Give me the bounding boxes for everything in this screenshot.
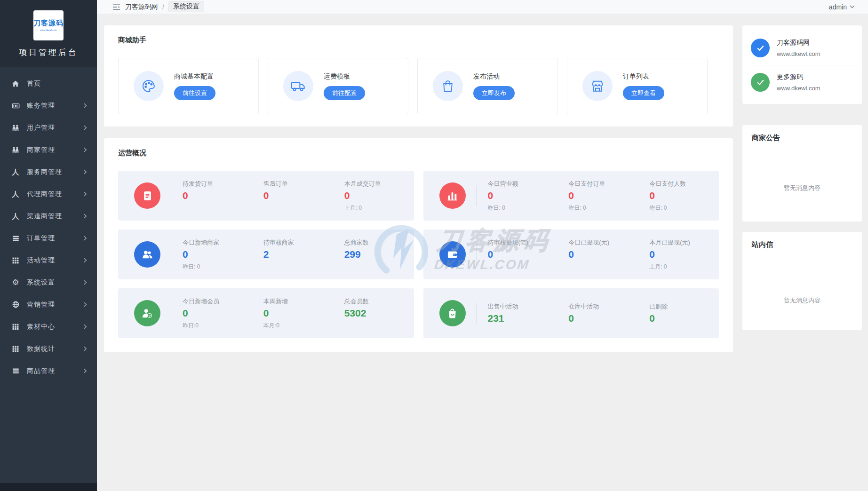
stat-value: 0 xyxy=(344,190,414,201)
sidebar-menu: 首页 账务管理 用户管理 商家管理 人 服务商管理 人 代理商管理 人 xyxy=(0,67,97,483)
sidebar-item-home[interactable]: 首页 xyxy=(0,72,97,95)
stat-sub-label: 昨日:0 xyxy=(183,322,252,330)
sidebar-item-system-settings[interactable]: ⚙ 系统设置 xyxy=(0,271,97,293)
stat-member-stats: 本周新增 0 本月:0 xyxy=(252,297,333,330)
helper-button-shop-config[interactable]: 前往设置 xyxy=(174,86,215,100)
stat-activity-stats: 出售中活动 231 xyxy=(477,302,557,324)
stat-merchant-stats: 待审核商家 2 xyxy=(252,238,333,271)
breadcrumb-separator: / xyxy=(162,3,164,11)
stat-group: 待发货订单 0 售后订单 0 本月成交订单 0 上月: 0 xyxy=(171,180,414,212)
chevron-right-icon xyxy=(83,191,88,197)
home-icon xyxy=(10,79,21,88)
helper-item-label: 发布活动 xyxy=(473,72,515,81)
quick-link-info: 更多源码 www.dkewl.com xyxy=(777,73,820,92)
stat-value: 0 xyxy=(183,249,252,260)
merchant-notice-title: 商家公告 xyxy=(752,134,852,143)
overview-grid: 待发货订单 0 售后订单 0 本月成交订单 0 上月: 0 今日营业额 0 昨日… xyxy=(118,171,719,338)
chevron-right-icon xyxy=(83,169,88,174)
sidebar-item-merchants[interactable]: 商家管理 xyxy=(0,139,97,161)
merchant-notice-card: 商家公告 暂无消息内容 xyxy=(742,125,862,222)
stat-group: 今日新增商家 0 昨日: 0 待审核商家 2 总商家数 299 xyxy=(171,238,414,271)
stat-value: 5302 xyxy=(344,308,414,319)
quick-link-main-site[interactable]: 刀客源码网 www.dkewl.com xyxy=(751,34,857,65)
stat-value: 0 xyxy=(649,249,719,260)
helper-item-body: 发布活动 立即发布 xyxy=(473,72,515,100)
quick-link-title: 更多源码 xyxy=(777,73,820,81)
globe-icon xyxy=(10,301,21,309)
helper-item-label: 运费模板 xyxy=(324,72,365,81)
stat-label: 总会员数 xyxy=(344,297,414,306)
right-column: 刀客源码网 www.dkewl.com 更多源码 www.dkewl.com 商… xyxy=(742,25,862,491)
app-logo: 刀客源码 www.dkewl.com xyxy=(33,10,64,40)
chart-icon xyxy=(439,182,466,209)
stat-group: 今日营业额 0 昨日: 0 今日支付订单 0 昨日: 0 今日支付人数 0 昨日… xyxy=(477,180,719,212)
stat-merchant-stats: 总商家数 299 xyxy=(333,238,414,271)
bag-icon xyxy=(433,71,463,101)
chevron-right-icon xyxy=(83,324,88,329)
breadcrumb-current[interactable]: 系统设置 xyxy=(168,1,204,12)
merchant-notice-empty: 暂无消息内容 xyxy=(752,184,852,192)
user-name: admin xyxy=(829,3,847,11)
helper-button-order-list[interactable]: 立即查看 xyxy=(623,86,664,100)
stat-group: 出售中活动 231 仓库中活动 0 已删除 0 xyxy=(477,302,719,324)
sidebar-item-service-providers[interactable]: 人 服务商管理 xyxy=(0,161,97,183)
main-column: 商城助手 商城基本配置 前往设置 运费模板 前往配置 发布活动 立即发布 xyxy=(104,25,733,491)
user-menu[interactable]: admin xyxy=(829,3,855,11)
person-icon: 人 xyxy=(10,168,21,175)
helper-item-body: 订单列表 立即查看 xyxy=(623,72,664,100)
sidebar-item-statistics[interactable]: 数据统计 xyxy=(0,338,97,360)
quick-link-url: www.dkewl.com xyxy=(777,50,820,57)
sidebar-item-marketing[interactable]: 营销管理 xyxy=(0,293,97,316)
helper-item-body: 商城基本配置 前往设置 xyxy=(174,72,215,100)
helper-button-freight-template[interactable]: 前往配置 xyxy=(324,86,365,100)
stat-withdraw-stats: 本月已提现(元) 0 上月: 0 xyxy=(638,238,719,271)
sidebar-item-materials[interactable]: 素材中心 xyxy=(0,316,97,338)
helper-item-body: 运费模板 前往配置 xyxy=(324,72,365,100)
stat-value: 2 xyxy=(263,249,333,260)
overview-card: 运营概况 待发货订单 0 售后订单 0 本月成交订单 0 上月: 0 今日营业额 xyxy=(104,138,733,352)
sidebar-item-agents[interactable]: 人 代理商管理 xyxy=(0,183,97,205)
stat-label: 本月成交订单 xyxy=(344,180,414,188)
stat-value: 0 xyxy=(183,190,252,201)
stat-sub-label: 上月: 0 xyxy=(344,204,414,212)
grid-icon xyxy=(10,257,21,264)
sidebar-item-goods[interactable]: 商品管理 xyxy=(0,360,97,382)
overview-panel-activity-stats: 出售中活动 231 仓库中活动 0 已删除 0 xyxy=(423,288,719,338)
sidebar-item-users[interactable]: 用户管理 xyxy=(0,117,97,139)
stat-label: 待审核商家 xyxy=(263,238,333,247)
sidebar-item-orders[interactable]: 订单管理 xyxy=(0,227,97,249)
stat-value: 299 xyxy=(344,249,414,260)
helper-item-freight-template: 运费模板 前往配置 xyxy=(268,58,408,114)
stat-sub-label: 上月: 0 xyxy=(649,263,719,271)
shop-helper-card: 商城助手 商城基本配置 前往设置 运费模板 前往配置 发布活动 立即发布 xyxy=(104,25,733,127)
stat-group: 今日新增会员 0 昨日:0 本周新增 0 本月:0 总会员数 5302 xyxy=(171,297,414,330)
gear-icon: ⚙ xyxy=(10,278,21,286)
doc-icon xyxy=(134,182,160,209)
content: 商城助手 商城基本配置 前往设置 运费模板 前往配置 发布活动 立即发布 xyxy=(97,14,868,491)
check-icon xyxy=(751,39,770,57)
list-icon xyxy=(10,367,21,375)
sidebar-item-activities[interactable]: 活动管理 xyxy=(0,249,97,271)
stat-member-stats: 今日新增会员 0 昨日:0 xyxy=(171,297,252,330)
quick-link-title: 刀客源码网 xyxy=(777,39,820,47)
users-white-icon xyxy=(134,241,160,268)
sidebar-item-channel-providers[interactable]: 人 渠道商管理 xyxy=(0,205,97,227)
collapse-menu-icon[interactable] xyxy=(112,4,120,10)
overview-panel-pending-orders: 待发货订单 0 售后订单 0 本月成交订单 0 上月: 0 xyxy=(118,171,414,221)
stat-sub-label: 昨日: 0 xyxy=(649,204,719,212)
stat-pending-orders: 本月成交订单 0 上月: 0 xyxy=(333,180,414,212)
quick-link-more-source[interactable]: 更多源码 www.dkewl.com xyxy=(751,65,857,99)
stat-today-revenue: 今日支付订单 0 昨日: 0 xyxy=(557,180,638,212)
sidebar-item-label: 用户管理 xyxy=(27,124,83,132)
sidebar-item-finance[interactable]: 账务管理 xyxy=(0,95,97,117)
breadcrumb-root[interactable]: 刀客源码网 xyxy=(125,3,158,11)
person-icon: 人 xyxy=(10,213,21,220)
helper-item-label: 商城基本配置 xyxy=(174,72,215,81)
stat-today-revenue: 今日营业额 0 昨日: 0 xyxy=(477,180,557,212)
helper-button-publish-activity[interactable]: 立即发布 xyxy=(473,86,515,100)
quick-links-card: 刀客源码网 www.dkewl.com 更多源码 www.dkewl.com xyxy=(742,25,862,104)
stat-label: 售后订单 xyxy=(263,180,333,188)
chevron-down-icon xyxy=(850,5,855,8)
sidebar-title: 项目管理后台 xyxy=(0,47,97,58)
overview-panel-withdraw-stats: 待审核提现(笔) 0 今日已提现(元) 0 本月已提现(元) 0 上月: 0 xyxy=(423,230,719,279)
